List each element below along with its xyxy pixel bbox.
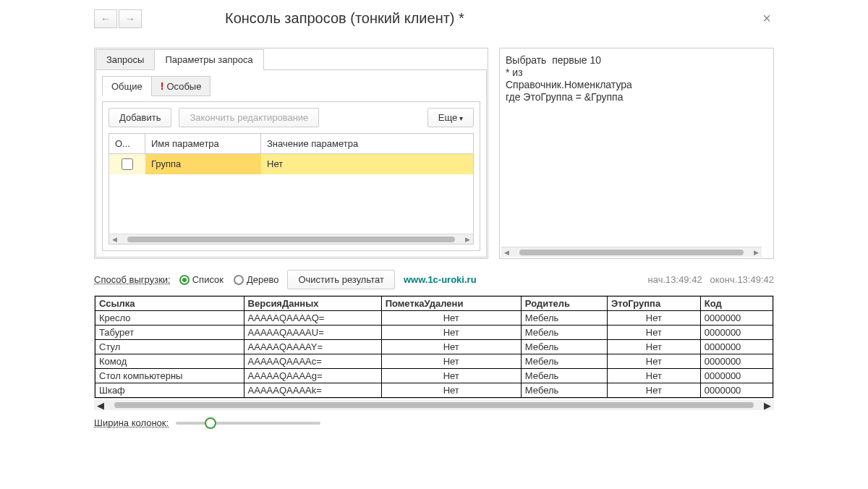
- more-button[interactable]: Еще: [427, 108, 474, 127]
- table-cell[interactable]: 0000000: [700, 354, 773, 369]
- scroll-thumb[interactable]: [114, 402, 754, 408]
- table-cell[interactable]: AAAAAQAAAAk=: [244, 383, 381, 398]
- table-cell[interactable]: Мебель: [521, 354, 607, 369]
- nav-forward-button[interactable]: →: [119, 9, 142, 28]
- subtab-special[interactable]: ! Особые: [151, 76, 211, 96]
- param-row[interactable]: Группа Нет: [109, 154, 473, 174]
- table-cell[interactable]: Стул: [95, 340, 244, 354]
- subtab-special-label: Особые: [166, 81, 201, 92]
- page-title: Консоль запросов (тонкий клиент) *: [153, 10, 749, 27]
- column-width-label: Ширина колонок:: [94, 417, 169, 428]
- param-header-value[interactable]: Значение параметра: [261, 134, 473, 153]
- arrow-left-icon: ←: [101, 13, 111, 25]
- table-cell[interactable]: 0000000: [700, 340, 773, 354]
- scroll-right-icon[interactable]: ▶: [754, 249, 759, 256]
- table-cell[interactable]: Нет: [607, 369, 700, 383]
- results-column-header[interactable]: ПометкаУдалени: [381, 297, 521, 311]
- table-row[interactable]: СтулAAAAAQAAAAY=НетМебельНет0000000: [95, 340, 773, 354]
- radio-dot-icon: [234, 275, 244, 285]
- radio-list-label: Список: [192, 274, 224, 285]
- results-hscroll[interactable]: ◀ ▶: [94, 400, 774, 410]
- scroll-left-icon[interactable]: ◀: [97, 400, 104, 411]
- scroll-right-icon[interactable]: ▶: [764, 400, 771, 411]
- start-time: нач.13:49:42: [648, 274, 702, 285]
- table-cell[interactable]: 0000000: [700, 383, 773, 398]
- table-cell[interactable]: AAAAAQAAAAc=: [244, 354, 381, 369]
- scroll-left-icon[interactable]: ◀: [112, 236, 117, 243]
- table-cell[interactable]: Табурет: [95, 326, 244, 340]
- param-hscroll[interactable]: ◀ ▶: [109, 234, 473, 244]
- slider-knob[interactable]: [205, 417, 216, 429]
- table-cell[interactable]: Мебель: [521, 311, 607, 326]
- param-name-cell[interactable]: Группа: [145, 154, 261, 174]
- param-checkbox[interactable]: [122, 158, 133, 170]
- table-cell[interactable]: AAAAAQAAAAg=: [244, 369, 381, 383]
- table-row[interactable]: Стол компьютерныAAAAAQAAAAg=НетМебельНет…: [95, 369, 773, 383]
- table-cell[interactable]: Мебель: [521, 369, 607, 383]
- table-cell[interactable]: 0000000: [700, 326, 773, 340]
- finish-edit-button[interactable]: Закончить редактирование: [179, 108, 319, 127]
- timing-info: нач.13:49:42 оконч.13:49:42: [648, 274, 774, 285]
- query-text: Выбрать первые 10 * из Справочник.Номенк…: [506, 54, 632, 103]
- tab-queries[interactable]: Запросы: [95, 49, 155, 70]
- clear-result-button[interactable]: Очистить результат: [287, 270, 394, 289]
- table-cell[interactable]: 0000000: [700, 369, 773, 383]
- table-cell[interactable]: Нет: [381, 354, 521, 369]
- warning-icon: !: [161, 80, 164, 92]
- results-column-header[interactable]: Ссылка: [95, 297, 244, 311]
- table-cell[interactable]: Нет: [607, 326, 700, 340]
- table-cell[interactable]: Кресло: [95, 311, 244, 326]
- nav-back-button[interactable]: ←: [94, 9, 117, 28]
- scroll-left-icon[interactable]: ◀: [504, 249, 509, 256]
- table-cell[interactable]: Мебель: [521, 383, 607, 398]
- add-button[interactable]: Добавить: [109, 108, 171, 127]
- radio-tree-label: Дерево: [247, 274, 278, 285]
- table-row[interactable]: КреслоAAAAAQAAAAQ=НетМебельНет0000000: [95, 311, 773, 326]
- column-width-slider[interactable]: [176, 422, 320, 425]
- table-cell[interactable]: AAAAAQAAAAU=: [244, 326, 381, 340]
- param-table: О... Имя параметра Значение параметра Гр…: [109, 133, 474, 244]
- arrow-right-icon: →: [125, 13, 135, 25]
- table-cell[interactable]: Стол компьютерны: [95, 369, 244, 383]
- results-table[interactable]: СсылкаВерсияДанныхПометкаУдалениРодитель…: [95, 296, 773, 398]
- table-cell[interactable]: Нет: [381, 326, 521, 340]
- table-cell[interactable]: Мебель: [521, 326, 607, 340]
- table-cell[interactable]: Нет: [607, 340, 700, 354]
- subtab-common[interactable]: Общие: [102, 76, 152, 96]
- scroll-right-icon[interactable]: ▶: [465, 236, 470, 243]
- table-cell[interactable]: Мебель: [521, 340, 607, 354]
- radio-dot-icon: [179, 275, 190, 285]
- export-label: Способ выгрузки:: [94, 274, 171, 285]
- table-cell[interactable]: 0000000: [700, 311, 773, 326]
- table-row[interactable]: КомодAAAAAQAAAAc=НетМебельНет0000000: [95, 354, 773, 369]
- table-cell[interactable]: Комод: [95, 354, 244, 369]
- table-cell[interactable]: Нет: [607, 354, 700, 369]
- radio-tree[interactable]: Дерево: [234, 274, 278, 285]
- query-text-panel[interactable]: Выбрать первые 10 * из Справочник.Номенк…: [499, 48, 774, 259]
- site-link[interactable]: www.1c-uroki.ru: [404, 274, 477, 285]
- query-hscroll[interactable]: ◀ ▶: [501, 247, 762, 257]
- table-cell[interactable]: Шкаф: [95, 383, 244, 398]
- table-row[interactable]: ШкафAAAAAQAAAAk=НетМебельНет0000000: [95, 383, 773, 398]
- results-column-header[interactable]: ЭтоГруппа: [607, 297, 700, 311]
- param-header-name[interactable]: Имя параметра: [145, 134, 261, 153]
- table-cell[interactable]: Нет: [607, 311, 700, 326]
- table-cell[interactable]: Нет: [381, 340, 521, 354]
- table-cell[interactable]: AAAAAQAAAAY=: [244, 340, 381, 354]
- results-column-header[interactable]: Родитель: [521, 297, 607, 311]
- tab-params[interactable]: Параметры запроса: [154, 49, 263, 70]
- table-cell[interactable]: Нет: [381, 311, 521, 326]
- results-column-header[interactable]: ВерсияДанных: [244, 297, 381, 311]
- results-column-header[interactable]: Код: [700, 297, 773, 311]
- param-header-check[interactable]: О...: [109, 134, 145, 153]
- radio-list[interactable]: Список: [179, 274, 224, 285]
- close-icon[interactable]: ×: [760, 7, 774, 30]
- table-cell[interactable]: AAAAAQAAAAQ=: [244, 311, 381, 326]
- param-value-cell[interactable]: Нет: [261, 154, 473, 174]
- table-cell[interactable]: Нет: [381, 383, 521, 398]
- table-cell[interactable]: Нет: [607, 383, 700, 398]
- table-row[interactable]: ТабуретAAAAAQAAAAU=НетМебельНет0000000: [95, 326, 773, 340]
- table-cell[interactable]: Нет: [381, 369, 521, 383]
- scroll-thumb[interactable]: [519, 250, 744, 255]
- scroll-thumb[interactable]: [127, 237, 455, 242]
